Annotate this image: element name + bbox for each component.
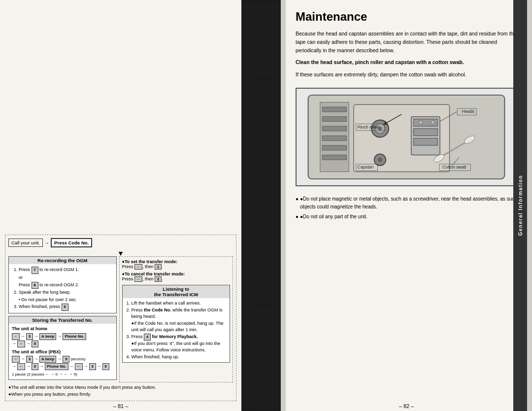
svg-text:Capstan: Capstan xyxy=(358,165,374,170)
book-spine xyxy=(241,0,281,411)
unit-at-office-flow-2: → ← → 0 → Phone No. → ← → 3 → 9 xyxy=(12,363,113,370)
listen-step-4: When finished, hang up. xyxy=(132,354,227,361)
right-page: Maintenance Because the head and capstan… xyxy=(286,0,527,411)
bottom-notes: ●The unit will enter into the Voice Menu… xyxy=(8,384,233,398)
listen-step-2: Press the Code No. while the transfer OG… xyxy=(132,307,227,334)
svg-rect-18 xyxy=(414,138,438,145)
re-recording-header: Re-recording the OGM xyxy=(9,257,116,264)
spine-texture xyxy=(241,0,281,411)
listen-step-3: Press 4 for Memory Playback.●If you don'… xyxy=(132,334,227,354)
cancel-transfer-header: ●To cancel the transfer mode: xyxy=(122,272,185,276)
maintenance-body-1: Because the head and capstan assemblies … xyxy=(296,30,517,54)
left-column: Re-recording the OGM Press 7 to re-recor… xyxy=(8,256,117,382)
set-transfer-header: ●To set the transfer mode: xyxy=(122,259,178,264)
ogm-step-2: Speak after the long beep.Do not pause f… xyxy=(19,289,113,303)
unit-at-office-label: The unit at office (PBX) xyxy=(12,349,113,356)
flow-arrow-1: → xyxy=(44,240,49,245)
note-text-1: ●Do not place magnetic or metal objects,… xyxy=(300,195,517,211)
listening-header: Listening tothe Transferred ICM xyxy=(123,285,230,298)
maintenance-body-bold: Clean the head surface, pinch roller and… xyxy=(296,58,517,67)
note-text-2: ●Do not oil any part of the unit. xyxy=(300,213,367,221)
left-bottom-section: Call your unit. → Press Code No. ▼ Re-re… xyxy=(5,235,236,401)
note-item-2: ● ●Do not oil any part of the unit. xyxy=(296,213,517,221)
storing-content: The unit at home ← → 3 → A beep → Phone … xyxy=(12,326,113,377)
set-transfer-mode-section: ●To set the transfer mode: Press ←, then… xyxy=(122,259,231,282)
svg-rect-5 xyxy=(323,136,347,141)
ogm-step-3: When finished, press 9. xyxy=(19,303,113,311)
note-item-1: ● ●Do not place magnetic or metal object… xyxy=(296,195,517,211)
svg-text:Heads: Heads xyxy=(462,109,475,114)
svg-point-14 xyxy=(378,157,383,162)
cancel-transfer-text: Press ←, then 2. xyxy=(122,276,231,282)
svg-rect-17 xyxy=(414,129,438,136)
svg-rect-2 xyxy=(323,107,347,112)
page-number-right: – 82 – xyxy=(296,403,517,409)
svg-point-19 xyxy=(419,120,423,124)
re-recording-content: Press 7 to re-record OGM 1.orPress 8 to … xyxy=(12,266,113,311)
re-recording-ogm-section: Re-recording the OGM Press 7 to re-recor… xyxy=(8,256,117,313)
maintenance-title: Maintenance xyxy=(296,10,517,24)
svg-point-20 xyxy=(431,120,435,124)
general-info-tab-label: General Information xyxy=(518,175,523,236)
svg-rect-3 xyxy=(323,117,347,122)
listening-content: Lift the handset when a call arrives. Pr… xyxy=(126,300,227,360)
ogm-step-1: Press 7 to re-record OGM 1.orPress 8 to … xyxy=(19,266,113,289)
unit-at-home-label: The unit at home xyxy=(12,326,113,333)
listen-step-1: Lift the handset when a call arrives. xyxy=(132,300,227,307)
svg-rect-6 xyxy=(323,145,347,150)
set-transfer-text: Press ←, then 1. xyxy=(122,264,231,270)
storing-transferred-section: Storing the Transferred No. The unit at … xyxy=(8,316,117,380)
right-column: ●To set the transfer mode: Press ←, then… xyxy=(119,256,233,382)
page-number-left: – 81 – xyxy=(5,403,236,409)
svg-text:Cotton swab: Cotton swab xyxy=(442,165,466,170)
bullet-2: ● xyxy=(296,213,299,221)
pause-note: 1 pause (2 pauses ← → 0 → ← → 9) xyxy=(12,372,113,377)
left-page: Call your unit. → Press Code No. ▼ Re-re… xyxy=(0,0,241,411)
unit-at-home-flow-2: → ← → 9 xyxy=(12,341,113,347)
bottom-note-1: ●The unit will enter into the Voice Menu… xyxy=(8,384,233,391)
svg-rect-7 xyxy=(323,155,347,160)
flow-call-unit: Call your unit. xyxy=(8,239,43,247)
unit-at-office-flow-1: ← → 3 → A beep → 9 (access) xyxy=(12,356,113,363)
listening-transferred-section: Listening tothe Transferred ICM Lift the… xyxy=(122,285,231,363)
svg-rect-4 xyxy=(323,126,347,131)
flow-press-code: Press Code No. xyxy=(51,238,92,247)
flow-diagram: Call your unit. → Press Code No. xyxy=(8,238,233,247)
storing-header: Storing the Transferred No. xyxy=(9,316,116,324)
left-top-content xyxy=(5,5,236,235)
bullet-1: ● xyxy=(296,195,299,203)
general-info-tab-container: General Information xyxy=(513,0,527,411)
bottom-note-2: ●When you press any button, press firmly… xyxy=(8,391,233,398)
maintenance-notes: ● ●Do not place magnetic or metal object… xyxy=(296,195,517,223)
maintenance-body-2: If these surfaces are extremely dirty, d… xyxy=(296,70,517,79)
maintenance-diagram: Pinch roller Heads Capstan Cotton swab xyxy=(296,88,517,186)
unit-at-home-flow: ← → 3 → A beep → Phone No. xyxy=(12,333,113,340)
two-column-layout: Re-recording the OGM Press 7 to re-recor… xyxy=(8,256,233,382)
diagram-svg: Pinch roller Heads Capstan Cotton swab xyxy=(300,93,512,181)
